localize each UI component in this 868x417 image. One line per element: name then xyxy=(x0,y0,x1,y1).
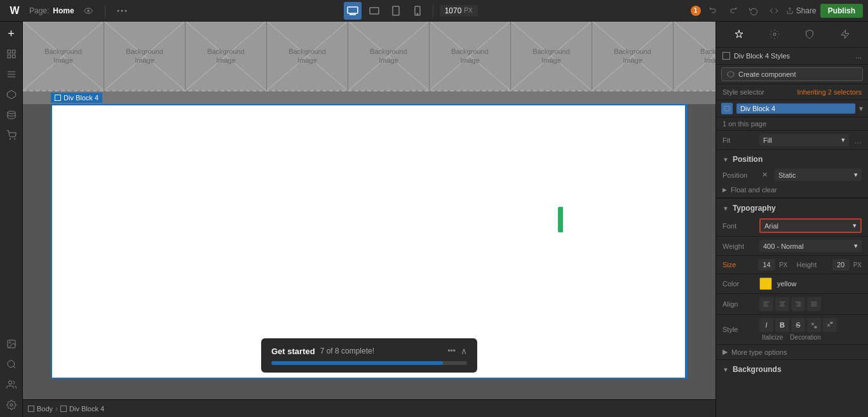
ecommerce-icon[interactable] xyxy=(2,126,21,145)
font-selector[interactable]: Arial ▾ xyxy=(759,218,862,233)
create-component-button[interactable]: Create component xyxy=(721,67,863,81)
position-label: Position xyxy=(722,171,754,179)
search-icon[interactable] xyxy=(2,355,21,374)
desktop-view-icon[interactable] xyxy=(344,2,362,20)
blue-vertical-line xyxy=(685,105,686,378)
pages-icon[interactable] xyxy=(2,65,21,84)
text-style-buttons: I B S Italicize Decoration xyxy=(759,318,862,341)
redo-icon[interactable] xyxy=(725,3,742,19)
typography-section-header[interactable]: ▼ Typography xyxy=(716,198,868,215)
height-input[interactable]: 20 xyxy=(832,259,850,270)
float-label: Float and clear xyxy=(731,186,777,194)
tablet-landscape-icon[interactable] xyxy=(365,2,383,20)
style-selector-row: Style selector Inheriting 2 selectors xyxy=(716,84,868,100)
align-center-btn[interactable] xyxy=(775,297,789,311)
preview-icon[interactable] xyxy=(79,2,97,20)
align-left-btn[interactable] xyxy=(759,297,773,311)
publish-button[interactable]: Publish xyxy=(820,4,863,18)
backgrounds-section-header[interactable]: ▼ Backgrounds xyxy=(716,360,868,376)
align-justify-btn[interactable] xyxy=(807,297,821,311)
selector-dropdown-icon[interactable]: ▾ xyxy=(859,104,863,113)
width-display[interactable]: 1070 PX xyxy=(440,5,478,17)
align-buttons xyxy=(759,297,821,311)
svg-point-3 xyxy=(121,10,123,11)
fit-selector[interactable]: Fill ▾ xyxy=(759,134,849,146)
svg-marker-50 xyxy=(841,30,849,38)
color-swatch[interactable] xyxy=(759,277,772,290)
strikethrough-btn[interactable]: S xyxy=(791,318,805,332)
backgrounds-arrow-icon: ▼ xyxy=(722,366,729,373)
more-options-icon[interactable] xyxy=(113,2,131,20)
float-row[interactable]: ▶ Float and clear xyxy=(716,183,868,198)
svg-point-29 xyxy=(8,381,11,384)
breadcrumb-div-block[interactable]: Div Block 4 xyxy=(60,405,104,413)
refresh-icon[interactable] xyxy=(745,3,762,19)
breadcrumb-div-block-label: Div Block 4 xyxy=(69,405,104,413)
settings-icon[interactable] xyxy=(2,395,21,414)
italic-btn[interactable]: I xyxy=(759,318,773,332)
users-icon[interactable] xyxy=(2,375,21,394)
selector-name[interactable]: Div Block 4 xyxy=(736,103,855,114)
weight-label: Weight xyxy=(722,242,754,250)
fit-more-btn[interactable]: ... xyxy=(854,135,862,145)
styles-more-btn[interactable]: ... xyxy=(855,51,862,60)
lightning-panel-icon[interactable] xyxy=(836,25,854,43)
code-icon[interactable] xyxy=(766,3,782,19)
breadcrumb-body[interactable]: Body xyxy=(28,405,53,413)
styles-checkbox[interactable] xyxy=(722,52,730,60)
progress-collapse-icon[interactable]: ∧ xyxy=(461,346,467,356)
bg-tile-3: BackgroundImage xyxy=(186,22,267,91)
position-selector[interactable]: Static ▾ xyxy=(775,169,862,181)
font-row: Font Arial ▾ xyxy=(716,215,868,237)
align-right-btn[interactable] xyxy=(791,297,805,311)
div-block-4-label[interactable]: Div Block 4 xyxy=(51,93,102,103)
styles-panel-icon[interactable] xyxy=(730,25,748,43)
superscript-btn[interactable] xyxy=(823,318,837,332)
tablet-portrait-icon[interactable] xyxy=(387,2,405,20)
position-section-header[interactable]: ▼ Position xyxy=(716,150,868,166)
bold-btn[interactable]: B xyxy=(775,318,789,332)
progress-more-icon[interactable]: ••• xyxy=(447,347,456,355)
progress-widget: Get started 7 of 8 complete! ••• ∧ xyxy=(261,338,477,373)
weight-selector[interactable]: 400 - Normal ▾ xyxy=(759,240,862,252)
svg-rect-10 xyxy=(393,6,399,15)
notification-badge[interactable]: 1 xyxy=(691,6,701,16)
page-name[interactable]: Home xyxy=(53,6,74,15)
bg-tile-4: BackgroundImage xyxy=(267,22,348,91)
add-element-icon[interactable]: + xyxy=(2,24,21,43)
undo-icon[interactable] xyxy=(705,3,721,19)
on-page-text: 1 on this page xyxy=(716,117,868,131)
w-logo[interactable]: W xyxy=(5,1,24,20)
share-button[interactable]: Share xyxy=(786,6,817,15)
components-icon[interactable] xyxy=(2,85,21,104)
more-type-options-row[interactable]: ▶ More type options xyxy=(716,345,868,360)
interactions-panel-icon[interactable] xyxy=(801,25,818,43)
svg-marker-51 xyxy=(728,71,734,77)
bg-tile-label-7: BackgroundImage xyxy=(532,47,570,65)
top-bar-left: W Page: Home xyxy=(5,1,131,20)
size-input[interactable]: 14 xyxy=(758,259,775,270)
navigator-icon[interactable] xyxy=(2,44,21,63)
settings-panel-icon[interactable] xyxy=(766,25,783,43)
canvas-area[interactable]: BackgroundImage BackgroundImage Backgrou… xyxy=(23,22,715,417)
progress-title: Get started xyxy=(271,347,315,356)
typography-arrow-icon: ▼ xyxy=(722,205,729,212)
bg-tile-label-2: BackgroundImage xyxy=(126,47,163,65)
mobile-icon[interactable] xyxy=(409,2,426,20)
subscript-btn[interactable] xyxy=(807,318,821,332)
width-unit: PX xyxy=(464,7,472,14)
green-tab[interactable] xyxy=(558,207,563,232)
decoration-text: Decoration xyxy=(787,334,823,341)
media-icon[interactable] xyxy=(2,334,21,354)
typography-section-title: Typography xyxy=(733,204,776,213)
more-type-label: More type options xyxy=(731,348,787,356)
color-name: yellow xyxy=(777,280,797,288)
italicize-text: Italicize xyxy=(759,334,785,341)
size-unit: PX xyxy=(779,261,787,268)
inheriting-label[interactable]: Inheriting 2 selectors xyxy=(797,88,862,96)
bg-tile-label-5: BackgroundImage xyxy=(370,47,407,65)
svg-point-49 xyxy=(773,33,776,36)
weight-value: 400 - Normal xyxy=(763,242,804,250)
align-label: Align xyxy=(722,300,754,308)
cms-icon[interactable] xyxy=(2,105,21,124)
